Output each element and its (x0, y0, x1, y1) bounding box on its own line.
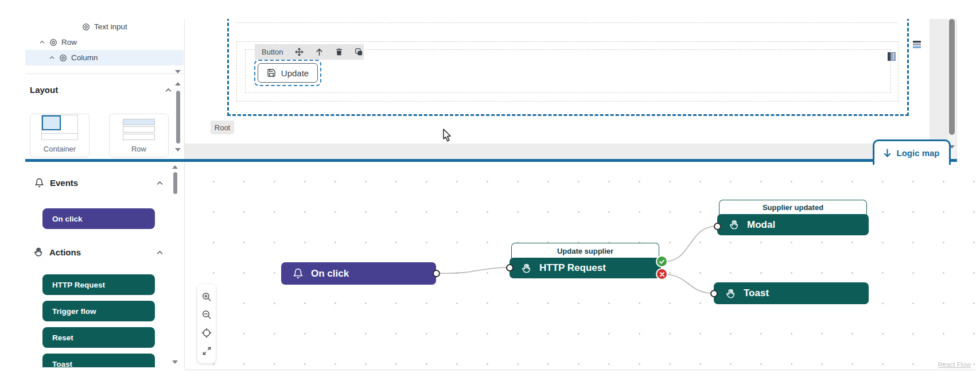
action-trigger-flow-button[interactable]: Trigger flow (42, 301, 155, 321)
divider (25, 73, 184, 74)
chevron-up-icon[interactable] (47, 53, 56, 63)
scrollbar-down-arrow[interactable] (175, 70, 181, 73)
output-handle[interactable] (433, 270, 440, 277)
zoom-in-icon[interactable] (200, 290, 213, 303)
canvas-bottom-strip (185, 143, 957, 159)
scrollbar-thumb[interactable] (173, 172, 177, 194)
hand-icon (725, 288, 736, 299)
button-selection-outline: Update (254, 60, 321, 86)
component-card-label: Container (44, 145, 76, 153)
chevron-up-icon[interactable] (37, 38, 46, 47)
logic-palette-panel: Events On click Actions HTTP Request Tri… (25, 162, 184, 367)
bell-icon (34, 178, 44, 188)
canvas-scrollbar-thumb[interactable] (949, 19, 955, 135)
delete-icon[interactable] (335, 47, 343, 57)
component-card-container[interactable]: Container (30, 114, 90, 157)
hand-icon (33, 247, 44, 257)
component-card-row[interactable]: Row (109, 114, 169, 157)
error-port-handle[interactable] (656, 268, 668, 280)
arrow-down-icon (884, 149, 891, 158)
action-label: HTTP Request (52, 281, 105, 289)
event-on-click-button[interactable]: On click (42, 208, 155, 229)
visibility-eye-icon[interactable] (49, 38, 58, 47)
mouse-cursor (442, 129, 453, 143)
layout-section-title: Layout (30, 85, 58, 95)
flow-node-header[interactable]: Update supplier (511, 243, 659, 258)
action-reset-button[interactable]: Reset (42, 327, 155, 348)
row-outline (236, 22, 897, 23)
flow-node-modal[interactable]: Modal (717, 214, 869, 235)
scrollbar-down-arrow[interactable] (175, 148, 181, 152)
react-flow-attribution-link[interactable]: React Flow (938, 361, 971, 368)
root-tab[interactable]: Root (211, 121, 234, 134)
flow-node-label: Modal (747, 219, 775, 231)
action-label: Trigger flow (52, 307, 96, 316)
logic-map-tab[interactable]: Logic map (873, 139, 951, 165)
success-port-handle[interactable] (656, 255, 668, 267)
zoom-out-icon[interactable] (200, 308, 213, 321)
save-icon (267, 68, 276, 77)
scrollbar-up-arrow[interactable] (175, 82, 181, 86)
input-handle[interactable] (506, 264, 514, 271)
logic-map-tab-label: Logic map (896, 148, 939, 158)
update-button[interactable]: Update (258, 63, 318, 83)
flow-node-label: HTTP Request (539, 262, 606, 274)
tree-item-label: Text input (94, 22, 127, 31)
bell-icon (293, 268, 304, 279)
event-label: On click (52, 215, 83, 223)
events-section-title: Events (50, 178, 78, 188)
selection-toolbar: Button (255, 44, 364, 60)
flow-node-label: On click (311, 268, 349, 280)
tree-item-label: Column (71, 53, 98, 62)
row-icon (123, 119, 155, 140)
fit-view-icon[interactable] (200, 327, 213, 339)
input-handle[interactable] (714, 223, 721, 230)
fullscreen-icon[interactable] (200, 344, 213, 357)
layout-section-header[interactable]: Layout (30, 85, 58, 95)
root-tab-label: Root (215, 123, 230, 132)
flow-node-toast[interactable]: Toast (714, 282, 869, 304)
scrollbar-up-arrow[interactable] (172, 165, 178, 169)
flow-node-label: Toast (744, 288, 769, 299)
actions-section-header[interactable]: Actions (33, 247, 81, 257)
collapse-chevron-icon[interactable] (165, 88, 172, 92)
scrollbar-down-arrow[interactable] (172, 360, 178, 364)
action-label: Toast (52, 360, 72, 368)
tree-item-label: Row (61, 38, 77, 46)
logic-map-canvas[interactable]: On click Update supplier HTTP Request Su… (185, 162, 975, 370)
collapse-chevron-icon[interactable] (156, 250, 164, 255)
visibility-eye-icon[interactable] (81, 22, 91, 32)
tree-item-row[interactable]: Row (25, 34, 184, 50)
action-label: Reset (52, 333, 73, 342)
tree-item-column[interactable]: Column (25, 50, 184, 65)
action-toast-button[interactable]: Toast (42, 354, 155, 367)
flow-node-header-label: Update supplier (557, 247, 613, 255)
rows-icon[interactable] (912, 41, 921, 48)
selected-component-label: Button (262, 48, 283, 56)
move-up-icon[interactable] (315, 47, 324, 57)
collapse-chevron-icon[interactable] (156, 181, 164, 185)
hand-icon (729, 219, 740, 230)
actions-section-title: Actions (49, 247, 81, 257)
flow-node-header[interactable]: Supplier updated (719, 200, 867, 215)
input-handle[interactable] (710, 290, 718, 297)
tree-item-text-input[interactable]: Text input (25, 19, 184, 34)
move-icon[interactable] (295, 47, 304, 57)
container-icon (41, 115, 78, 140)
hand-icon (521, 263, 532, 274)
visibility-eye-icon[interactable] (59, 53, 68, 63)
update-button-label: Update (281, 68, 309, 78)
scrollbar-thumb[interactable] (176, 91, 180, 143)
columns-icon[interactable] (887, 52, 896, 61)
action-http-request-button[interactable]: HTTP Request (42, 274, 155, 295)
events-section-header[interactable]: Events (34, 178, 78, 188)
flow-node-on-click[interactable]: On click (281, 262, 436, 285)
design-canvas: Button Update (185, 19, 930, 159)
flow-node-header-label: Supplier updated (763, 203, 823, 212)
component-card-label: Row (131, 145, 146, 153)
app-builder-window: Text input Row Column Layout (0, 0, 980, 392)
flow-node-http-request[interactable]: HTTP Request (510, 258, 661, 278)
duplicate-icon[interactable] (355, 47, 363, 57)
flow-controls (197, 284, 216, 363)
